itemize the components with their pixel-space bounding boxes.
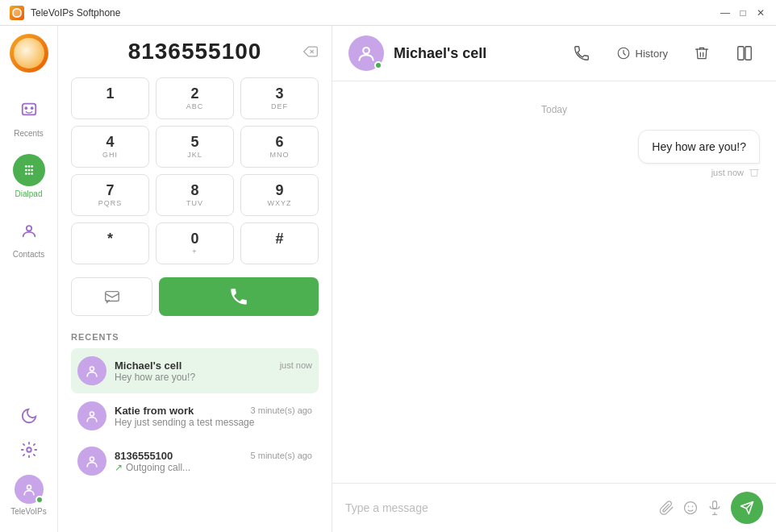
svg-point-15 bbox=[27, 485, 31, 489]
message-bubble-0: Hey how are you!? bbox=[638, 130, 760, 164]
recent-time-1: 3 minute(s) ago bbox=[251, 405, 312, 415]
microphone-button[interactable] bbox=[707, 500, 723, 516]
maximize-button[interactable]: □ bbox=[737, 7, 749, 19]
dial-key-7[interactable]: 7PQRS bbox=[71, 174, 149, 216]
svg-point-8 bbox=[27, 169, 30, 172]
sidebar-nav: Recents Dialpad bbox=[0, 26, 58, 532]
close-button[interactable]: ✕ bbox=[755, 7, 766, 19]
recent-item-0[interactable]: Michael's cell just now Hey how are you!… bbox=[71, 348, 319, 393]
svg-rect-25 bbox=[745, 47, 751, 60]
svg-point-26 bbox=[685, 502, 697, 514]
message-time-0: just now bbox=[711, 167, 760, 178]
svg-rect-29 bbox=[713, 501, 717, 509]
title-bar: TeleVoIPs Softphone — □ ✕ bbox=[0, 0, 776, 26]
recents-icon-wrap bbox=[13, 94, 45, 126]
svg-point-6 bbox=[31, 165, 33, 168]
chat-panel: Michael's cell History bbox=[332, 26, 776, 532]
emoji-button[interactable] bbox=[682, 500, 699, 516]
recent-avatar-0 bbox=[77, 356, 106, 385]
phone-call-button[interactable] bbox=[566, 41, 597, 65]
send-button[interactable] bbox=[731, 492, 763, 524]
dialpad-display: 8136555100 bbox=[71, 39, 319, 64]
dial-key-1[interactable]: 1 bbox=[71, 77, 149, 119]
svg-point-27 bbox=[688, 506, 690, 508]
recent-item-1[interactable]: Katie from work 3 minute(s) ago Hey just… bbox=[71, 393, 319, 438]
dial-key-5[interactable]: 5JKL bbox=[156, 126, 234, 168]
dialed-number: 8136555100 bbox=[128, 39, 262, 64]
svg-point-7 bbox=[24, 169, 27, 172]
minimize-button[interactable]: — bbox=[720, 7, 731, 19]
dialpad-grid: 1 2ABC 3DEF 4GHI 5JKL 6MNO 7PQRS 8TUV 9W… bbox=[71, 77, 319, 264]
sidebar-item-night[interactable] bbox=[0, 399, 57, 433]
recent-info-1: Katie from work 3 minute(s) ago Hey just… bbox=[115, 405, 312, 428]
sidebar-item-contacts[interactable]: Contacts bbox=[0, 206, 57, 267]
svg-point-14 bbox=[27, 447, 31, 452]
message-wrap-0: Hey how are you!? just now bbox=[348, 130, 760, 178]
dialpad-actions bbox=[71, 277, 319, 316]
svg-point-2 bbox=[24, 106, 27, 110]
svg-point-10 bbox=[24, 172, 27, 175]
call-button[interactable] bbox=[159, 277, 319, 316]
recent-info-0: Michael's cell just now Hey how are you!… bbox=[115, 360, 312, 383]
recent-time-2: 5 minute(s) ago bbox=[251, 451, 312, 460]
dial-key-9[interactable]: 9WXYZ bbox=[240, 174, 319, 216]
dialpad-icon-wrap bbox=[13, 154, 45, 186]
recents-label: Recents bbox=[14, 129, 44, 138]
chat-messages: Today Hey how are you!? just now bbox=[332, 81, 776, 483]
layout-toggle-button[interactable] bbox=[729, 41, 760, 65]
recent-msg-1: Hey just sending a test message bbox=[115, 417, 312, 428]
delete-message-button[interactable] bbox=[749, 167, 760, 178]
user-online-dot bbox=[35, 496, 44, 504]
svg-point-13 bbox=[26, 226, 31, 231]
delete-conversation-button[interactable] bbox=[687, 42, 716, 64]
app-title: TeleVoIPs Softphone bbox=[31, 7, 720, 19]
message-button[interactable] bbox=[71, 277, 152, 316]
attach-button[interactable] bbox=[658, 500, 674, 516]
recent-item-2[interactable]: 8136555100 5 minute(s) ago ↗Outgoing cal… bbox=[71, 438, 319, 484]
sidebar-bottom: TeleVoIPs bbox=[0, 399, 57, 524]
window-controls: — □ ✕ bbox=[720, 7, 766, 19]
message-input[interactable] bbox=[345, 501, 650, 514]
recent-info-2: 8136555100 5 minute(s) ago ↗Outgoing cal… bbox=[115, 450, 312, 473]
chat-contact-name: Michael's cell bbox=[394, 45, 557, 62]
history-button[interactable]: History bbox=[610, 43, 674, 64]
recent-name-1: Katie from work bbox=[115, 405, 194, 417]
svg-point-11 bbox=[27, 172, 30, 175]
outgoing-call-icon: ↗ bbox=[115, 462, 123, 473]
dial-key-star[interactable]: * bbox=[71, 222, 149, 264]
sidebar-item-recents[interactable]: Recents bbox=[0, 85, 57, 146]
dial-key-3[interactable]: 3DEF bbox=[240, 77, 319, 119]
sidebar-item-dialpad[interactable]: Dialpad bbox=[0, 146, 57, 206]
sidebar-item-settings[interactable] bbox=[0, 433, 57, 467]
svg-point-20 bbox=[90, 412, 94, 416]
dial-key-2[interactable]: 2ABC bbox=[156, 77, 234, 119]
user-avatar bbox=[15, 475, 44, 504]
dialpad-panel: 8136555100 1 2ABC 3DEF 4GHI 5JKL 6MNO 7P… bbox=[58, 26, 332, 532]
dial-key-6[interactable]: 6MNO bbox=[240, 126, 319, 168]
svg-point-5 bbox=[27, 165, 30, 168]
dial-key-hash[interactable]: # bbox=[240, 222, 319, 264]
recent-name-0: Michael's cell bbox=[115, 360, 181, 372]
chat-header-actions: History bbox=[566, 41, 760, 65]
app-body: Recents Dialpad bbox=[0, 26, 776, 532]
svg-point-9 bbox=[31, 169, 33, 172]
dialpad-label: Dialpad bbox=[15, 189, 43, 198]
dial-key-0[interactable]: 0+ bbox=[156, 222, 234, 264]
svg-point-3 bbox=[30, 106, 33, 110]
dial-key-4[interactable]: 4GHI bbox=[71, 126, 149, 168]
svg-point-12 bbox=[31, 172, 33, 175]
recent-time-0: just now bbox=[280, 360, 312, 370]
svg-rect-24 bbox=[738, 47, 744, 60]
recents-section: RECENTS Michael's cell just now Hey how … bbox=[71, 332, 319, 519]
contact-online-dot bbox=[374, 61, 382, 69]
svg-point-21 bbox=[90, 457, 94, 461]
dial-key-8[interactable]: 8TUV bbox=[156, 174, 234, 216]
sidebar-logo-inner bbox=[14, 38, 44, 69]
sidebar-item-user[interactable]: TeleVoIPs bbox=[0, 467, 57, 524]
contacts-label: Contacts bbox=[13, 250, 44, 259]
backspace-button[interactable] bbox=[302, 44, 319, 60]
recent-msg-2: ↗Outgoing call... bbox=[115, 462, 312, 473]
recents-title: RECENTS bbox=[71, 332, 319, 342]
chat-contact-avatar bbox=[348, 35, 384, 71]
history-label: History bbox=[636, 48, 668, 60]
